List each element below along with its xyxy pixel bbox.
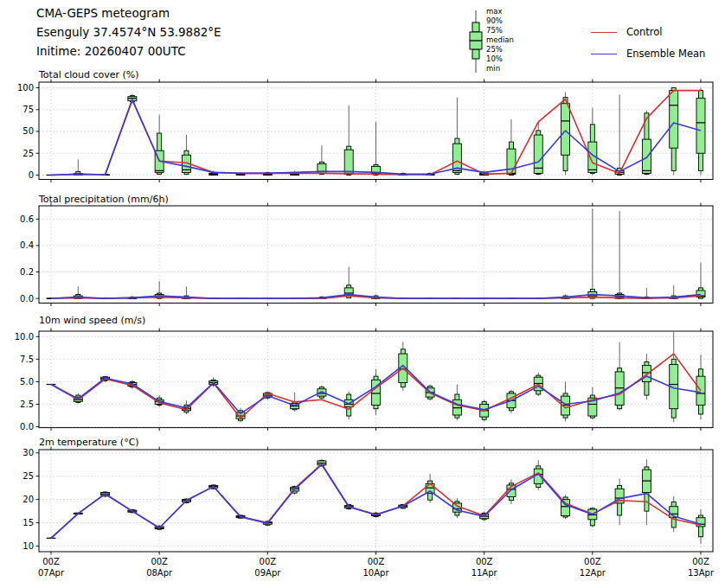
figure-title: CMA-GEPS meteogram: [36, 3, 221, 22]
x-tick-time-label: 00Z: [584, 557, 601, 566]
x-tick-date-label: 10Apr: [362, 568, 389, 578]
x-tick-time-label: 00Z: [42, 557, 60, 566]
x-tick-date-label: 09Apr: [254, 568, 281, 578]
y-tick-label: 100: [17, 83, 34, 93]
y-tick-label: 0.6: [20, 214, 34, 224]
axis-ticks: [36, 80, 702, 183]
control-line: [51, 464, 701, 539]
x-tick-time-label: 00Z: [476, 557, 493, 566]
y-tick-label: 5.0: [20, 377, 34, 387]
control-line-swatch: [591, 32, 617, 33]
x-tick-time-label: 00Z: [151, 557, 168, 566]
y-tick-label: 0: [29, 170, 34, 180]
boxplot-legend-labels: max 90% 75% median 25% 10% min: [486, 7, 514, 74]
legend-label-min: min: [486, 64, 514, 74]
meteogram-figure: CMA-GEPS meteogram Esenguly 37.4574°N 53…: [0, 0, 725, 588]
legend-label-25: 25%: [486, 45, 514, 54]
legend-ensemble-mean-label: Ensemble Mean: [626, 48, 705, 60]
chart-wind-speed-10m: 0.02.55.07.510.0: [0, 327, 725, 434]
y-tick-label: 50: [22, 126, 34, 136]
y-tick-label: 2.5: [20, 399, 34, 409]
ensemble-mean-line: [51, 464, 701, 538]
legend-control-label: Control: [626, 26, 663, 38]
gridlines: [39, 206, 713, 304]
x-tick-date-label: 13Apr: [688, 568, 715, 578]
init-time: Initime: 20260407 00UTC: [36, 42, 221, 61]
y-tick-label: 30: [22, 448, 34, 457]
x-tick-time-label: 00Z: [368, 557, 385, 566]
legend-label-90: 90%: [486, 16, 514, 26]
axis-ticks: [36, 447, 702, 555]
x-tick-date-label: 11Apr: [472, 568, 498, 578]
station-location: Esenguly 37.4574°N 53.9882°E: [36, 22, 221, 42]
y-tick-label: 10.0: [15, 332, 34, 342]
wind-speed-title: 10m wind speed (m/s): [39, 315, 145, 326]
x-tick-date-label: 07Apr: [38, 568, 65, 578]
y-tick-label: 0.2: [20, 267, 34, 277]
legend-label-max: max: [486, 7, 514, 16]
legend-entry-control: Control: [591, 25, 663, 39]
x-tick-date-label: 12Apr: [580, 568, 606, 578]
y-tick-label: 10: [22, 541, 34, 551]
legend-entry-ensemble-mean: Ensemble Mean: [591, 47, 705, 61]
y-tick-label: 7.5: [20, 355, 34, 364]
x-tick-date-label: 08Apr: [146, 568, 173, 578]
legend-label-10: 10%: [486, 54, 514, 64]
y-tick-label: 25: [22, 149, 34, 158]
y-tick-label: 15: [22, 518, 34, 527]
axis-ticks: [36, 203, 702, 307]
ensemble-mean-line-swatch: [591, 54, 617, 54]
y-tick-label: 0.0: [20, 294, 34, 304]
legend-label-75: 75%: [486, 26, 514, 35]
legend-label-median: median: [486, 35, 514, 45]
y-tick-label: 25: [22, 471, 34, 481]
figure-header: CMA-GEPS meteogram Esenguly 37.4574°N 53…: [36, 3, 221, 61]
y-tick-label: 0.4: [20, 240, 34, 250]
x-tick-time-label: 00Z: [692, 557, 709, 566]
chart-total-precipitation: 0.00.20.40.6: [0, 201, 725, 310]
chart-temperature-2m: 101520253000Z07Apr00Z08Apr00Z09Apr00Z10A…: [0, 445, 725, 588]
x-tick-time-label: 00Z: [260, 557, 277, 566]
chart-total-cloud-cover: 0255075100: [0, 78, 725, 189]
gridlines: [39, 450, 713, 552]
y-tick-label: 0.0: [20, 422, 34, 431]
y-tick-label: 75: [22, 105, 34, 114]
boxplots: [47, 208, 705, 298]
axis-ticks: [36, 329, 702, 431]
y-tick-label: 20: [22, 495, 34, 504]
